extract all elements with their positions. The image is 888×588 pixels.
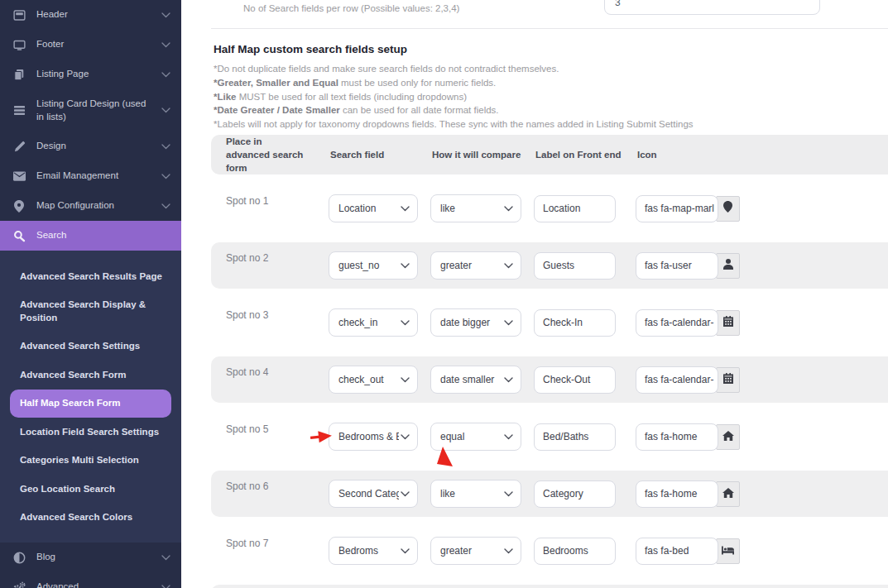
submenu-item-advanced-search-display-position[interactable]: Advanced Search Display & Position bbox=[0, 291, 181, 332]
search-field-select[interactable]: check_out bbox=[329, 366, 418, 394]
table-row-spot-no-3: Spot no 3check_indate biggerCheck-Infas … bbox=[211, 289, 888, 356]
search-field-select[interactable]: guest_no bbox=[329, 251, 418, 280]
sidebar-item-map-configuration[interactable]: Map Configuration bbox=[0, 191, 181, 221]
icon-class-input[interactable]: fas fa-home bbox=[636, 480, 718, 508]
icon-class-input[interactable]: fas fa-calendar- bbox=[636, 309, 718, 337]
note-line: *Greater, Smaller and Equal must be used… bbox=[214, 76, 888, 90]
blog-icon bbox=[12, 551, 26, 564]
sidebar-item-label: Blog bbox=[36, 551, 151, 564]
frontend-label-input[interactable]: Guests bbox=[534, 252, 616, 280]
icon-class-input[interactable]: fas fa-home bbox=[636, 423, 718, 451]
search-field-value: Bedroms bbox=[338, 545, 399, 557]
spot-label: Spot no 2 bbox=[211, 252, 329, 264]
compare-select[interactable]: like bbox=[430, 480, 521, 508]
submenu-item-categories-multi-selection[interactable]: Categories Multi Selection bbox=[0, 447, 181, 476]
sidebar-item-advanced[interactable]: Advanced bbox=[0, 572, 181, 588]
chevron-down-icon bbox=[401, 548, 410, 554]
icon-class-input[interactable]: fas fa-calendar- bbox=[636, 366, 718, 394]
column-header-icon: Icon bbox=[636, 148, 888, 161]
compare-select[interactable]: greater bbox=[430, 251, 521, 280]
compare-value: equal bbox=[440, 431, 502, 442]
chevron-down-icon bbox=[161, 42, 170, 48]
submenu-item-advanced-search-form[interactable]: Advanced Search Form bbox=[0, 361, 181, 390]
icon-class-input[interactable]: fas fa-bed bbox=[636, 538, 718, 565]
search-submenu: Advanced Search Results PageAdvanced Sea… bbox=[0, 251, 181, 543]
chevron-down-icon bbox=[504, 491, 513, 497]
fields-per-row-label: No of Search fields per row (Possible va… bbox=[243, 3, 459, 13]
fields-per-row-input[interactable]: 3 bbox=[604, 0, 820, 15]
search-field-select[interactable]: Bedrooms & Bat bbox=[329, 423, 418, 451]
submenu-item-geo-location-search[interactable]: Geo Location Search bbox=[0, 475, 181, 504]
sidebar: HeaderFooterListing PageListing Card Des… bbox=[0, 0, 181, 588]
spot-label: Spot no 7 bbox=[211, 538, 329, 549]
advanced-icon bbox=[12, 581, 26, 588]
bed-icon bbox=[722, 543, 734, 558]
note-text: can be used for all date format fields. bbox=[340, 105, 499, 115]
table-row-spot-no-6: Spot no 6Second CategorlikeCategoryfas f… bbox=[211, 471, 888, 517]
table-row-spot-no-7: Spot no 7BedromsgreaterBedroomsfas fa-be… bbox=[211, 517, 888, 585]
spot-label: Spot no 4 bbox=[211, 366, 329, 378]
submenu-item-advanced-search-results-page[interactable]: Advanced Search Results Page bbox=[0, 262, 181, 291]
search-field-select[interactable]: check_in bbox=[329, 308, 418, 337]
section-divider bbox=[211, 28, 888, 29]
sidebar-item-search[interactable]: Search bbox=[0, 221, 181, 251]
sidebar-item-listing-card-design-used-in-lists[interactable]: Listing Card Design (used in lists) bbox=[0, 89, 181, 131]
chevron-down-icon bbox=[401, 320, 410, 326]
compare-value: date bigger bbox=[440, 317, 502, 328]
sidebar-item-listing-page[interactable]: Listing Page bbox=[0, 60, 181, 89]
sidebar-item-footer[interactable]: Footer bbox=[0, 30, 181, 60]
icon-preview-box bbox=[716, 424, 740, 450]
submenu-item-half-map-search-form[interactable]: Half Map Search Form bbox=[10, 390, 171, 418]
sidebar-item-email-management[interactable]: Email Management bbox=[0, 161, 181, 191]
search-field-select[interactable]: Bedroms bbox=[329, 537, 418, 565]
frontend-label-input[interactable]: Location bbox=[534, 195, 616, 222]
frontend-label-input[interactable]: Check-Out bbox=[534, 366, 616, 394]
submenu-item-location-field-search-settings[interactable]: Location Field Search Settings bbox=[0, 418, 181, 447]
chevron-down-icon bbox=[504, 206, 513, 212]
sidebar-item-label: Advanced bbox=[36, 581, 151, 588]
note-bold-text: *Greater, Smaller and Equal bbox=[214, 78, 338, 88]
frontend-label-input[interactable]: Bedrooms bbox=[534, 538, 616, 565]
search-field-value: Second Categor bbox=[338, 488, 399, 500]
sidebar-bottom-items: BlogAdvanced bbox=[0, 543, 181, 588]
compare-select[interactable]: like bbox=[430, 194, 521, 222]
column-header-place-in-advanced-search-form: Place in advanced search form bbox=[211, 135, 329, 174]
chevron-down-icon bbox=[161, 108, 170, 113]
sidebar-item-blog[interactable]: Blog bbox=[0, 543, 181, 572]
chevron-down-icon bbox=[161, 144, 170, 150]
frontend-label-input[interactable]: Check-In bbox=[534, 309, 616, 337]
icon-preview-box bbox=[716, 196, 740, 222]
user-icon bbox=[723, 258, 733, 273]
frontend-label-input[interactable]: Category bbox=[534, 480, 616, 508]
sidebar-top-items: HeaderFooterListing PageListing Card Des… bbox=[0, 0, 181, 221]
search-field-select[interactable]: Location bbox=[329, 194, 418, 222]
sidebar-item-header[interactable]: Header bbox=[0, 0, 181, 30]
spot-label: Spot no 6 bbox=[211, 480, 329, 492]
chevron-down-icon bbox=[161, 555, 170, 561]
chevron-down-icon bbox=[401, 491, 410, 497]
compare-select[interactable]: date bigger bbox=[430, 308, 521, 337]
column-header-label-on-front-end: Label on Front end bbox=[534, 148, 636, 161]
sidebar-item-label: Map Configuration bbox=[36, 199, 151, 213]
icon-class-input[interactable]: fas fa-user bbox=[636, 252, 718, 280]
search-field-select[interactable]: Second Categor bbox=[329, 480, 418, 508]
compare-select[interactable]: date smaller bbox=[430, 366, 521, 394]
setup-notes: *Do not duplicate fields and make sure s… bbox=[214, 62, 888, 131]
compare-select[interactable]: greater bbox=[430, 537, 521, 565]
sidebar-item-design[interactable]: Design bbox=[0, 131, 181, 161]
icon-class-input[interactable]: fas fa-map-marl bbox=[636, 195, 718, 222]
map-marker-icon bbox=[723, 201, 732, 216]
compare-value: like bbox=[440, 203, 502, 214]
submenu-item-advanced-search-colors[interactable]: Advanced Search Colors bbox=[0, 504, 181, 533]
frontend-label-input[interactable]: Bed/Baths bbox=[534, 423, 616, 451]
chevron-down-icon bbox=[161, 174, 170, 179]
icon-preview-box bbox=[716, 367, 740, 393]
chevron-down-icon bbox=[161, 585, 170, 588]
note-text: *Do not duplicate fields and make sure s… bbox=[214, 64, 559, 74]
chevron-down-icon bbox=[504, 434, 513, 440]
calendar-icon bbox=[723, 315, 733, 330]
note-bold-text: *Date Greater / Date Smaller bbox=[214, 105, 340, 115]
icon-preview-box bbox=[716, 481, 740, 507]
submenu-item-advanced-search-settings[interactable]: Advanced Search Settings bbox=[0, 332, 181, 361]
spot-label: Spot no 1 bbox=[211, 195, 329, 207]
